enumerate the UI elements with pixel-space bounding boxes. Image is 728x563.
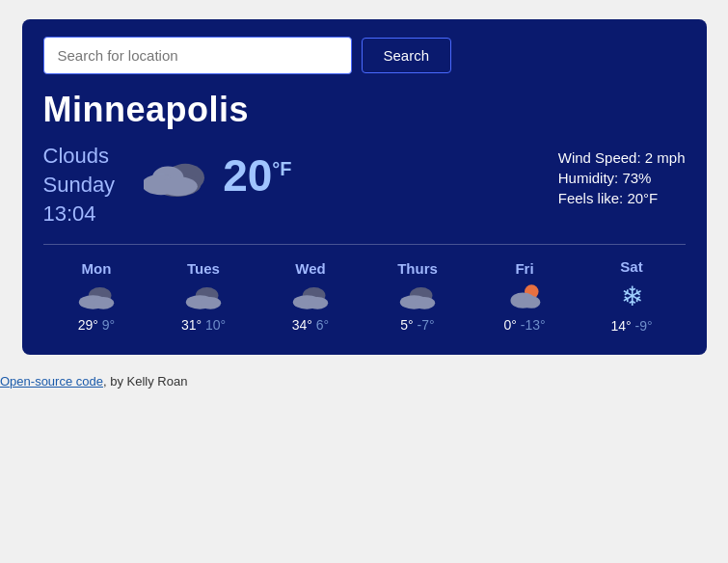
forecast-day-name: Sat	[620, 258, 642, 275]
forecast-mon: Mon 29° 9°	[43, 260, 150, 333]
forecast-temps: 29° 9°	[78, 317, 115, 333]
forecast-tues: Tues 31° 10°	[150, 260, 257, 333]
svg-point-10	[200, 297, 221, 309]
forecast-icon-cloudy	[291, 282, 330, 311]
svg-point-7	[93, 297, 114, 309]
forecast-day-name: Mon	[82, 260, 112, 277]
weather-left: Clouds Sunday 13:04	[43, 144, 116, 227]
city-name: Minneapolis	[43, 90, 686, 130]
snowflake-icon: ❄	[621, 281, 643, 312]
forecast-wed: Wed 34° 6°	[257, 260, 364, 333]
weather-center: 20°F	[144, 149, 291, 201]
svg-point-4	[159, 176, 198, 196]
forecast-icon-cloudy	[77, 282, 116, 311]
forecast-temps: 31° 10°	[181, 317, 226, 333]
weather-right: Wind Speed: 2 mph Humidity: 73% Feels li…	[558, 149, 686, 206]
forecast-day-name: Fri	[515, 260, 533, 277]
search-button[interactable]: Search	[362, 38, 452, 73]
forecast-temps: 14° -9°	[610, 318, 652, 334]
search-input[interactable]	[43, 37, 352, 74]
cloud-icon	[144, 150, 213, 201]
svg-point-19	[523, 296, 540, 308]
humidity: Humidity: 73%	[558, 170, 686, 186]
forecast-icon-sun-cloud	[505, 282, 544, 311]
forecast-day-name: Wed	[295, 260, 325, 277]
forecast-icon-cloudy	[398, 282, 437, 311]
svg-point-16	[414, 297, 435, 309]
forecast-row: Mon 29° 9° Tues 31° 10° Wed	[43, 258, 686, 334]
forecast-thurs: Thurs 5° -7°	[364, 260, 472, 333]
weather-day: Sunday	[43, 173, 116, 198]
forecast-temps: 5° -7°	[400, 317, 434, 333]
forecast-icon-cloudy	[184, 282, 223, 311]
forecast-sat: Sat ❄ 14° -9°	[579, 258, 686, 334]
forecast-day-name: Tues	[187, 260, 220, 277]
forecast-temps: 34° 6°	[292, 317, 329, 333]
forecast-day-name: Thurs	[397, 260, 438, 277]
svg-point-13	[307, 297, 328, 309]
current-temperature: 20°F	[223, 149, 291, 201]
forecast-temps: 0° -13°	[503, 317, 545, 333]
wind-speed: Wind Speed: 2 mph	[558, 149, 686, 166]
forecast-fri: Fri 0° -13°	[472, 260, 579, 333]
weather-time: 13:04	[43, 201, 116, 227]
feels-like: Feels like: 20°F	[558, 190, 686, 206]
current-weather: Clouds Sunday 13:04 20°F Wind Speed: 2 m…	[43, 144, 686, 245]
open-source-link[interactable]: Open-source code	[0, 374, 103, 389]
footer: Open-source code, by Kelly Roan	[0, 374, 728, 389]
footer-credit: , by Kelly Roan	[103, 374, 187, 389]
weather-condition: Clouds	[43, 144, 116, 169]
search-row: Search	[43, 37, 686, 74]
weather-app: Search Minneapolis Clouds Sunday 13:04 2…	[22, 19, 707, 355]
